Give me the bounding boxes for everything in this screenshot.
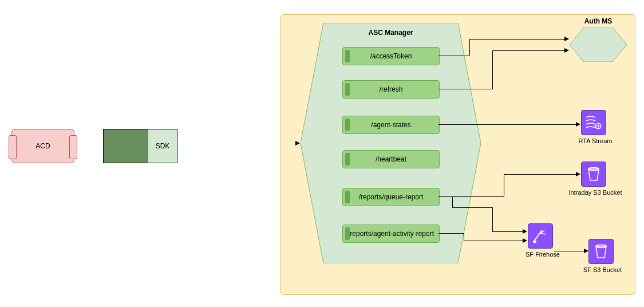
connector [469, 39, 564, 40]
auth-ms-node [570, 27, 627, 62]
endpoint-agent-activity-report: /reports/agent-activity-report [342, 225, 440, 243]
sf-bucket-icon [588, 239, 614, 264]
connector [452, 196, 453, 207]
connector [492, 207, 493, 231]
asc-title: ASC Manager [301, 29, 481, 37]
arrowhead-icon [564, 48, 569, 53]
sf-firehose-icon [528, 223, 553, 249]
firehose-icon [532, 227, 549, 245]
connector [438, 56, 469, 56]
endpoint-bar-icon [345, 50, 350, 62]
arrowhead-icon [584, 249, 588, 253]
endpoint-queue-report: /reports/queue-report [342, 188, 440, 206]
sdk-label: SDK [148, 129, 177, 163]
arrowhead-icon [564, 37, 569, 41]
endpoint-label: /agent-states [371, 121, 410, 129]
endpoint-label: /reports/agent-activity-report [348, 230, 434, 238]
endpoint-label: /refresh [380, 85, 403, 93]
intraday-bucket-label: Intraday S3 Bucket [564, 189, 627, 196]
endpoint-refresh: /refresh [342, 80, 440, 99]
kinesis-stream-icon [585, 114, 602, 131]
acd-node: ACD [11, 129, 74, 163]
endpoint-access-token: /accessToken [342, 47, 440, 65]
svg-marker-1 [570, 27, 627, 62]
sdk-node: SDK [103, 129, 177, 163]
connector [464, 241, 523, 241]
endpoint-label: /reports/queue-report [359, 193, 424, 201]
svg-rect-6 [533, 241, 536, 243]
connector [438, 233, 464, 234]
arrowhead-icon [576, 122, 580, 127]
auth-ms-label: Auth MS [572, 17, 624, 25]
connector [452, 207, 492, 208]
endpoint-bar-icon [345, 227, 350, 240]
connector [438, 89, 492, 89]
connector [554, 251, 584, 251]
asc-manager: ASC Manager /accessToken /refresh /agent… [301, 23, 481, 263]
acd-label: ACD [12, 129, 74, 163]
endpoint-bar-icon [345, 191, 350, 203]
intraday-bucket-icon [581, 162, 606, 187]
endpoint-label: /heartbeat [376, 155, 406, 163]
connector [492, 50, 564, 51]
arrowhead-icon [523, 229, 527, 234]
sdk-dark-region [104, 129, 148, 163]
endpoint-agent-states: /agent-states [342, 116, 440, 134]
endpoint-bar-icon [345, 119, 350, 131]
connector [438, 196, 504, 197]
connector [469, 39, 470, 56]
connector [438, 124, 576, 125]
endpoint-bar-icon [345, 153, 350, 166]
rta-stream-icon [581, 110, 606, 135]
sf-bucket-label: SF S3 Bucket [578, 266, 627, 273]
endpoint-heartbeat: /heartbeat [342, 150, 440, 168]
sf-firehose-label: SF Firehose [520, 251, 566, 258]
endpoint-label: /accessToken [370, 52, 412, 60]
s3-bucket-icon [585, 166, 602, 183]
connector [464, 233, 464, 241]
s3-bucket-icon [592, 243, 610, 260]
connector [492, 50, 493, 89]
arrowhead-icon [523, 238, 527, 243]
arrow-into-asc [295, 141, 300, 145]
connector [504, 174, 576, 175]
connector [492, 231, 523, 232]
endpoint-bar-icon [345, 83, 350, 96]
rta-stream-label: RTA Stream [572, 137, 618, 144]
arrowhead-icon [576, 172, 580, 176]
connector [504, 174, 504, 196]
